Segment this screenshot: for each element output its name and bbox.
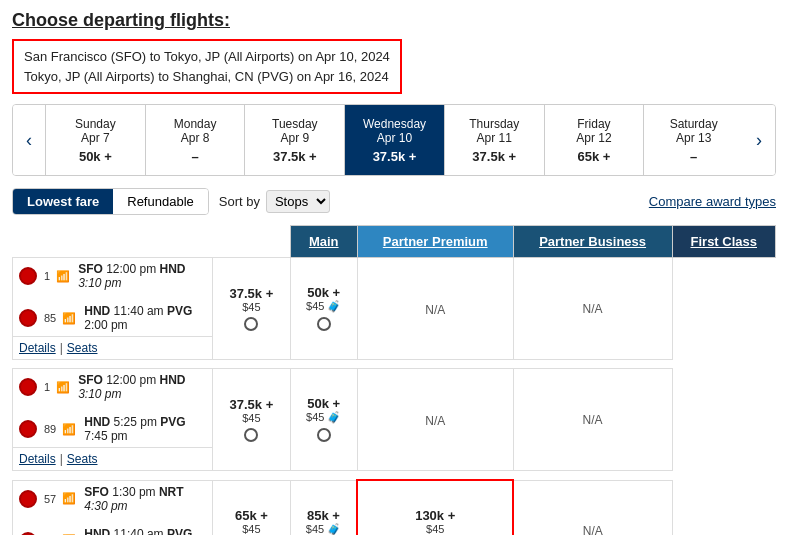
price-partner-premium[interactable]: 50k +$45 🧳: [290, 258, 357, 360]
wifi-icon: 📶: [56, 270, 70, 283]
col-partner-business: Partner Business: [513, 226, 672, 258]
date-dow: Monday: [174, 117, 217, 131]
wifi-icon: 📶: [62, 312, 76, 325]
price-partner-business[interactable]: N/A: [357, 258, 513, 360]
date-price: –: [690, 149, 697, 164]
stops-badge: 1: [44, 381, 50, 393]
controls-row: Lowest fare Refundable Sort by Stops Com…: [12, 188, 776, 215]
details-cell: Details|Seats: [13, 337, 213, 360]
price-first-class[interactable]: N/A: [513, 480, 672, 535]
date-price: 37.5k +: [373, 149, 417, 164]
col-main: Main: [290, 226, 357, 258]
date-cell-3[interactable]: Wednesday Apr 10 37.5k +: [344, 105, 444, 175]
date-date: Apr 12: [576, 131, 611, 145]
date-dow: Wednesday: [363, 117, 426, 131]
price-first-class[interactable]: N/A: [513, 258, 672, 360]
price-partner-business[interactable]: N/A: [357, 369, 513, 471]
date-dow: Thursday: [469, 117, 519, 131]
spacer-row: [13, 471, 776, 481]
wifi-icon: 📶: [62, 492, 76, 505]
stops-badge: 85: [44, 312, 56, 324]
seats-link[interactable]: Seats: [67, 452, 98, 466]
flight-info-cell: 1 📶 SFO 12:00 pm HND 3:10 pm 89 📶 HND 5:…: [13, 369, 213, 448]
date-cell-2[interactable]: Tuesday Apr 9 37.5k +: [244, 105, 344, 175]
col-partner-premium: Partner Premium: [357, 226, 513, 258]
price-partner-business[interactable]: 130k +$45: [357, 480, 513, 535]
price-partner-premium[interactable]: 50k +$45 🧳: [290, 369, 357, 471]
col-first-class: First Class: [672, 226, 775, 258]
date-cell-1[interactable]: Monday Apr 8 –: [145, 105, 245, 175]
price-partner-premium[interactable]: 85k +$45 🧳: [290, 480, 357, 535]
flight-table: Main Partner Premium Partner Business Fi…: [12, 225, 776, 535]
fare-tabs: Lowest fare Refundable: [12, 188, 209, 215]
fare-tab-refundable[interactable]: Refundable: [113, 189, 208, 214]
date-dow: Saturday: [670, 117, 718, 131]
date-date: Apr 8: [181, 131, 210, 145]
stops-badge: 57: [44, 493, 56, 505]
stops-badge: 1: [44, 270, 50, 282]
price-main[interactable]: 65k +$45: [213, 480, 291, 535]
date-cell-0[interactable]: Sunday Apr 7 50k +: [45, 105, 145, 175]
price-main[interactable]: 37.5k +$45: [213, 369, 291, 471]
sort-select[interactable]: Stops: [266, 190, 330, 213]
price-first-class[interactable]: N/A: [513, 369, 672, 471]
details-link[interactable]: Details: [19, 341, 56, 355]
details-link[interactable]: Details: [19, 452, 56, 466]
wifi-icon: 📶: [62, 423, 76, 436]
date-date: Apr 7: [81, 131, 110, 145]
flight-info-cell: 57 📶 SFO 1:30 pm NRT 4:30 pm 85 📶 HND 11…: [13, 480, 213, 535]
seats-link[interactable]: Seats: [67, 341, 98, 355]
prev-date-arrow[interactable]: ‹: [13, 105, 45, 175]
sort-row: Sort by Stops: [219, 190, 330, 213]
date-navigator: ‹ Sunday Apr 7 50k +Monday Apr 8 –Tuesda…: [12, 104, 776, 176]
date-cell-6[interactable]: Saturday Apr 13 –: [643, 105, 743, 175]
route-box: San Francisco (SFO) to Tokyo, JP (All Ai…: [12, 39, 402, 94]
next-date-arrow[interactable]: ›: [743, 105, 775, 175]
date-date: Apr 9: [280, 131, 309, 145]
wifi-icon: 📶: [56, 381, 70, 394]
date-cell-5[interactable]: Friday Apr 12 65k +: [544, 105, 644, 175]
date-date: Apr 10: [377, 131, 412, 145]
route-line-1: San Francisco (SFO) to Tokyo, JP (All Ai…: [24, 47, 390, 67]
sort-label: Sort by: [219, 194, 260, 209]
page-title: Choose departing flights:: [12, 10, 776, 31]
date-price: 65k +: [578, 149, 611, 164]
date-price: –: [191, 149, 198, 164]
fare-tab-lowest[interactable]: Lowest fare: [13, 189, 113, 214]
date-date: Apr 13: [676, 131, 711, 145]
date-price: 50k +: [79, 149, 112, 164]
date-dow: Sunday: [75, 117, 116, 131]
compare-link[interactable]: Compare award types: [649, 194, 776, 209]
date-dow: Friday: [577, 117, 610, 131]
date-cell-4[interactable]: Thursday Apr 11 37.5k +: [444, 105, 544, 175]
spacer-row: [13, 360, 776, 369]
date-date: Apr 11: [477, 131, 512, 145]
price-main[interactable]: 37.5k +$45: [213, 258, 291, 360]
details-cell: Details|Seats: [13, 448, 213, 471]
date-price: 37.5k +: [273, 149, 317, 164]
date-price: 37.5k +: [472, 149, 516, 164]
route-line-2: Tokyo, JP (All Airports) to Shanghai, CN…: [24, 67, 390, 87]
date-dow: Tuesday: [272, 117, 318, 131]
stops-badge: 89: [44, 423, 56, 435]
page: Choose departing flights: San Francisco …: [0, 0, 788, 535]
flight-info-cell: 1 📶 SFO 12:00 pm HND 3:10 pm 85 📶 HND 11…: [13, 258, 213, 337]
